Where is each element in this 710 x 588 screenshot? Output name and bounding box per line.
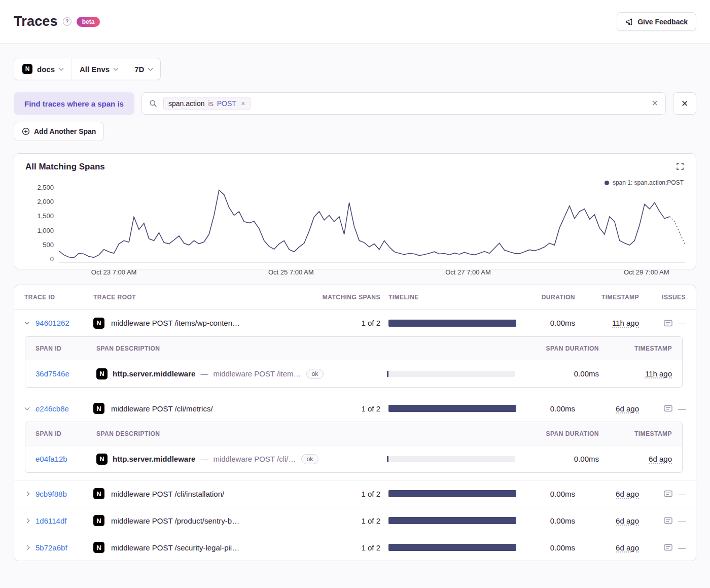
y-tick: 1,500 (25, 212, 54, 220)
table-row: 1d6114df N middleware POST /product/sent… (14, 507, 696, 534)
timeline-bar[interactable] (388, 490, 516, 497)
trace-duration: 0.00ms (524, 516, 575, 525)
span-id-link[interactable]: e04fa12b (36, 455, 67, 463)
timeline-bar[interactable] (388, 517, 516, 524)
trace-rows: 94601262 N middleware POST /items/wp-con… (14, 309, 696, 561)
page-header: Traces ? beta Give Feedback (0, 0, 710, 44)
span-description: middleware POST /cli/… (213, 455, 296, 463)
span-status-badge: ok (301, 454, 319, 464)
table-header-row: Trace ID Trace Root Matching Spans Timel… (14, 285, 696, 309)
span-duration: 0.00ms (523, 369, 599, 378)
matching-spans: 1 of 2 (312, 319, 380, 327)
span-timestamp[interactable]: 11h ago (645, 369, 672, 378)
token-key[interactable]: span.action (168, 99, 205, 108)
span-header-row: Span ID Span Description Span Duration T… (25, 422, 682, 445)
matching-spans: 1 of 2 (312, 516, 380, 525)
separator: — (200, 455, 208, 463)
trace-timestamp[interactable]: 11h ago (612, 319, 639, 327)
title-group: Traces ? beta (14, 14, 100, 29)
matching-spans: 1 of 2 (312, 404, 380, 413)
col-header-span-duration: Span Duration (523, 430, 599, 437)
y-tick: 1,000 (25, 227, 54, 234)
trace-root-text: middleware POST /items/wp-conten… (111, 319, 240, 327)
span-description: middleware POST /item… (213, 369, 301, 378)
span-timeline-track[interactable] (387, 371, 515, 377)
find-traces-label: Find traces where a span is (14, 92, 134, 115)
expand-chevron-icon[interactable] (24, 545, 30, 550)
col-header-duration: Duration (524, 294, 575, 301)
issues-empty: — (678, 319, 686, 327)
trace-timestamp[interactable]: 6d ago (616, 543, 639, 552)
clear-search-icon[interactable]: ✕ (652, 99, 658, 108)
trace-id-link[interactable]: 9cb9f88b (36, 490, 67, 498)
add-span-row: Add Another Span (14, 122, 696, 141)
expand-chevron-icon[interactable] (24, 518, 30, 524)
timeline-bar[interactable] (388, 544, 516, 551)
timeline-bar[interactable] (388, 405, 516, 412)
trace-id-link[interactable]: 1d6114df (36, 516, 66, 525)
add-another-span-label: Add Another Span (34, 127, 96, 135)
table-row: 9cb9f88b N middleware POST /cli/installa… (14, 480, 696, 507)
trace-id-link[interactable]: e246cb8e (36, 404, 69, 413)
col-header-matching-spans: Matching Spans (312, 294, 380, 301)
beta-badge: beta (77, 17, 100, 27)
project-filter-label: docs (37, 65, 55, 74)
span-search-bar[interactable]: span.action is POST ✕ ✕ (141, 92, 666, 115)
trace-timestamp[interactable]: 6d ago (616, 404, 639, 413)
span-id-link[interactable]: 36d7546e (36, 369, 69, 378)
span-header-row: Span ID Span Description Span Duration T… (25, 337, 682, 360)
trace-timestamp[interactable]: 6d ago (616, 516, 639, 525)
y-tick: 2,000 (25, 198, 54, 205)
span-subtable: Span ID Span Description Span Duration T… (25, 422, 683, 473)
project-logo-icon: N (96, 454, 108, 465)
table-row: 5b72a6bf N middleware POST /security-leg… (14, 534, 696, 561)
trace-id-link[interactable]: 94601262 (36, 319, 69, 327)
x-tick: Oct 29 7:00 AM (624, 268, 669, 276)
remove-span-filter-button[interactable]: ✕ (673, 92, 696, 115)
issues-icon (664, 517, 672, 524)
trace-root-text: middleware POST /cli/installation/ (111, 490, 224, 498)
col-header-span-description: Span Description (96, 345, 379, 352)
span-row: e04fa12b N http.server.middleware — midd… (25, 445, 682, 472)
trace-duration: 0.00ms (524, 319, 575, 327)
x-tick: Oct 23 7:00 AM (91, 268, 137, 276)
token-remove-icon[interactable]: ✕ (241, 100, 245, 107)
trace-id-link[interactable]: 5b72a6bf (36, 543, 67, 552)
help-icon[interactable]: ? (63, 17, 72, 26)
span-timeline-track[interactable] (387, 456, 515, 462)
col-header-timestamp: Timestamp (583, 294, 639, 301)
token-value[interactable]: POST (217, 99, 236, 108)
issues-icon (664, 320, 672, 327)
environment-filter[interactable]: All Envs (71, 58, 126, 80)
col-header-span-duration: Span Duration (523, 345, 599, 352)
project-filter[interactable]: N docs (14, 58, 71, 80)
plus-circle-icon (22, 127, 30, 135)
col-header-span-timestamp: Timestamp (607, 430, 672, 437)
add-another-span-button[interactable]: Add Another Span (14, 122, 104, 141)
expand-chevron-icon[interactable] (24, 491, 30, 497)
issues-icon (664, 490, 672, 497)
search-token[interactable]: span.action is POST ✕ (163, 97, 251, 110)
chevron-down-icon (114, 65, 119, 71)
page-filter-bar: N docs All Envs 7D (14, 58, 161, 80)
token-operator[interactable]: is (208, 99, 214, 108)
timeline-bar[interactable] (388, 320, 516, 327)
expand-chevron-icon[interactable] (24, 407, 30, 410)
chart-plot[interactable]: Oct 23 7:00 AM Oct 25 7:00 AM Oct 27 7:0… (59, 184, 685, 263)
separator: — (200, 369, 208, 378)
fullscreen-icon[interactable] (676, 162, 685, 172)
span-status-badge: ok (306, 369, 324, 379)
trace-timestamp[interactable]: 6d ago (616, 490, 639, 498)
search-icon (149, 99, 157, 108)
give-feedback-button[interactable]: Give Feedback (617, 12, 696, 31)
col-header-span-description: Span Description (96, 430, 379, 437)
date-range-filter[interactable]: 7D (126, 58, 160, 80)
span-op: http.server.middleware (113, 369, 195, 378)
x-tick: Oct 25 7:00 AM (268, 268, 314, 276)
expand-chevron-icon[interactable] (24, 321, 30, 325)
span-timeline-fill (387, 371, 388, 377)
chart-x-axis: Oct 23 7:00 AM Oct 25 7:00 AM Oct 27 7:0… (59, 265, 685, 278)
span-timestamp[interactable]: 6d ago (649, 455, 672, 463)
trace-duration: 0.00ms (524, 490, 575, 498)
issues-empty: — (678, 543, 686, 552)
